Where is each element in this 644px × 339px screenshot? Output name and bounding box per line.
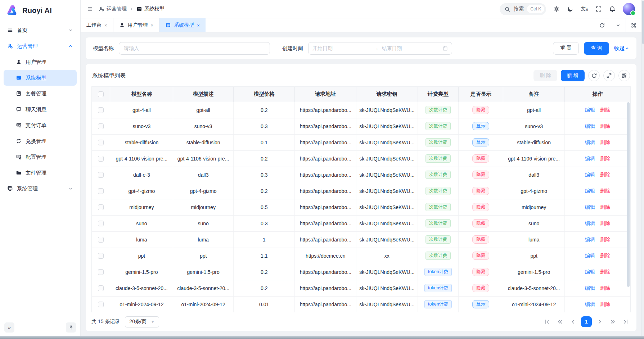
sidebar-item-home[interactable]: 首页 <box>4 22 77 38</box>
row-checkbox[interactable] <box>98 156 104 162</box>
edit-link[interactable]: 编辑 <box>585 220 595 226</box>
add-button[interactable]: 新 增 <box>561 70 585 81</box>
row-checkbox[interactable] <box>98 269 104 275</box>
delete-link[interactable]: 删除 <box>600 236 610 242</box>
delete-link[interactable]: 删除 <box>600 220 610 226</box>
edit-link[interactable]: 编辑 <box>585 301 595 307</box>
column-settings-icon[interactable] <box>618 70 630 81</box>
billing-type-badge: 次数计费 <box>425 219 451 228</box>
sidebar-item-system-model[interactable]: 系统模型 <box>4 70 77 86</box>
edit-link[interactable]: 编辑 <box>585 155 595 161</box>
close-icon[interactable] <box>151 23 154 28</box>
tab-user-manage[interactable]: 用户管理 <box>113 18 160 32</box>
edit-link[interactable]: 编辑 <box>585 285 595 291</box>
row-checkbox[interactable] <box>98 172 104 178</box>
row-checkbox[interactable] <box>98 237 104 243</box>
edit-link[interactable]: 编辑 <box>585 172 595 177</box>
user-avatar[interactable] <box>623 3 635 15</box>
dark-mode-moon-icon[interactable] <box>567 6 573 12</box>
table-scrollbar[interactable] <box>627 102 630 312</box>
delete-link[interactable]: 删除 <box>600 139 610 145</box>
sidebar-item-file-manage[interactable]: 文件管理 <box>4 165 77 181</box>
sidebar-item-system[interactable]: 系统管理 <box>4 181 77 196</box>
maximize-icon[interactable] <box>626 18 641 32</box>
next-5-pages-button[interactable] <box>608 317 618 327</box>
reset-button[interactable]: 重 置 <box>553 42 579 55</box>
breadcrumb-current[interactable]: 系统模型 <box>136 6 165 12</box>
delete-link[interactable]: 删除 <box>600 301 610 307</box>
expand-icon[interactable] <box>603 70 615 81</box>
row-checkbox[interactable] <box>98 107 104 113</box>
page-scrollbar[interactable] <box>641 0 644 336</box>
fullscreen-icon[interactable] <box>595 6 602 12</box>
first-page-button[interactable] <box>542 317 552 327</box>
delete-link[interactable]: 删除 <box>600 253 610 258</box>
edit-link[interactable]: 编辑 <box>585 188 595 194</box>
cell-request-url: https://api.pandarobo... <box>295 296 356 312</box>
tab-system-model[interactable]: 系统模型 <box>159 18 206 32</box>
delete-link[interactable]: 删除 <box>600 188 610 194</box>
delete-button[interactable]: 删 除 <box>533 70 557 81</box>
sidebar-item-package-manage[interactable]: 套餐管理 <box>4 86 77 101</box>
close-icon[interactable] <box>104 23 107 28</box>
sidebar-collapse-button[interactable] <box>4 322 14 333</box>
sidebar-item-chat-message[interactable]: 聊天消息 <box>4 101 77 117</box>
global-search[interactable]: 搜索 Ctrl K <box>500 3 546 15</box>
delete-link[interactable]: 删除 <box>600 285 610 291</box>
select-all-checkbox[interactable] <box>98 91 104 97</box>
row-checkbox[interactable] <box>98 302 104 307</box>
delete-link[interactable]: 删除 <box>600 107 610 113</box>
delete-link[interactable]: 删除 <box>600 204 610 210</box>
edit-link[interactable]: 编辑 <box>585 139 595 145</box>
delete-link[interactable]: 删除 <box>600 155 610 161</box>
edit-link[interactable]: 编辑 <box>585 107 595 113</box>
row-checkbox[interactable] <box>98 140 104 145</box>
breadcrumb-parent[interactable]: 运营管理 <box>99 6 127 12</box>
sidebar-item-user-manage[interactable]: 用户管理 <box>4 54 77 70</box>
search-button[interactable]: 查 询 <box>584 42 609 55</box>
row-checkbox[interactable] <box>98 123 104 129</box>
page-size-select[interactable]: 20条/页 <box>125 316 159 327</box>
sidebar-item-redeem-manage[interactable]: 兑换管理 <box>4 133 77 149</box>
exchange-icon <box>16 138 22 144</box>
sidebar-item-pay-order[interactable]: 支付订单 <box>4 117 77 133</box>
sidebar-pin-button[interactable] <box>66 322 76 333</box>
close-icon[interactable] <box>197 23 200 28</box>
prev-page-button[interactable] <box>568 317 578 327</box>
refresh-icon[interactable] <box>594 18 610 32</box>
row-checkbox[interactable] <box>98 253 104 259</box>
collapse-filter-link[interactable]: 收起 <box>614 45 629 52</box>
last-page-button[interactable] <box>621 317 631 327</box>
page-scrollbar-thumb[interactable] <box>642 1 644 44</box>
model-name-input[interactable] <box>119 42 270 55</box>
date-range-picker[interactable] <box>308 42 452 55</box>
prev-5-pages-button[interactable] <box>555 317 565 327</box>
hamburger-menu-icon[interactable] <box>87 6 93 12</box>
delete-link[interactable]: 删除 <box>600 123 610 129</box>
notification-bell-icon[interactable] <box>609 6 616 12</box>
tab-workbench[interactable]: 工作台 <box>81 18 113 32</box>
chevron-down-icon[interactable] <box>610 18 626 32</box>
delete-link[interactable]: 删除 <box>600 172 610 177</box>
sidebar-item-ops[interactable]: 运营管理 <box>4 38 77 54</box>
edit-link[interactable]: 编辑 <box>585 123 595 129</box>
edit-link[interactable]: 编辑 <box>585 204 595 210</box>
end-date-input[interactable] <box>382 45 440 51</box>
row-checkbox[interactable] <box>98 204 104 210</box>
scrollbar-thumb[interactable] <box>627 102 630 287</box>
row-checkbox[interactable] <box>98 188 104 194</box>
edit-link[interactable]: 编辑 <box>585 269 595 275</box>
delete-link[interactable]: 删除 <box>600 269 610 275</box>
start-date-input[interactable] <box>312 45 370 51</box>
next-page-button[interactable] <box>595 317 605 327</box>
sidebar-item-config-manage[interactable]: 配置管理 <box>4 149 77 165</box>
edit-link[interactable]: 编辑 <box>585 253 595 258</box>
sidebar-item-label: 支付订单 <box>26 122 46 129</box>
row-checkbox[interactable] <box>98 285 104 291</box>
translate-icon[interactable]: 文A <box>581 6 588 12</box>
refresh-icon[interactable] <box>588 70 600 81</box>
gear-icon[interactable] <box>553 6 560 12</box>
edit-link[interactable]: 编辑 <box>585 236 595 242</box>
row-checkbox[interactable] <box>98 221 104 226</box>
current-page-button[interactable]: 1 <box>581 316 592 327</box>
